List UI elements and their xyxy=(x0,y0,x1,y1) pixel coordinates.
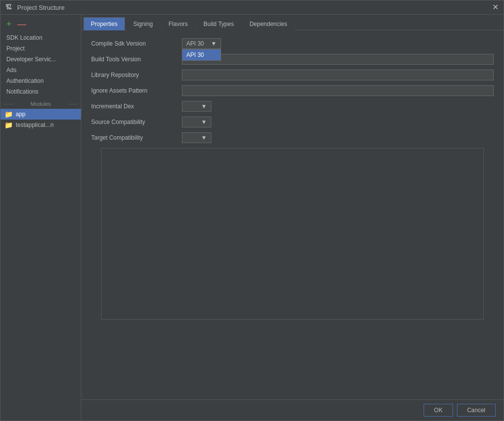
tab-flavors[interactable]: Flavors xyxy=(161,17,195,30)
main-panel: Properties Signing Flavors Build Types D… xyxy=(81,15,504,421)
bottom-panel xyxy=(101,148,484,320)
ignore-assets-pattern-input[interactable] xyxy=(182,85,494,96)
sidebar-item-authentication[interactable]: Authentication xyxy=(0,75,81,86)
sidebar: + — SDK Location Project Developer Servi… xyxy=(0,15,81,421)
ignore-assets-pattern-control xyxy=(182,85,494,96)
target-compatibility-row: Target Compatibility ▼ xyxy=(91,132,494,143)
remove-button[interactable]: — xyxy=(17,20,27,28)
chevron-down-icon: ▼ xyxy=(201,134,207,141)
app-folder-icon: 📁 xyxy=(4,110,13,118)
chevron-down-icon: ▼ xyxy=(201,119,207,125)
compile-sdk-dropdown[interactable]: API 30 ▼ xyxy=(182,38,221,49)
source-compatibility-row: Source Compatibility ▼ xyxy=(91,117,494,127)
add-button[interactable]: + xyxy=(5,20,13,28)
ignore-assets-pattern-row: Ignore Assets Pattern xyxy=(91,85,494,96)
incremental-dex-row: Incremental Dex ▼ xyxy=(91,101,494,112)
build-tools-version-row: Build Tools Version xyxy=(91,54,494,65)
source-compatibility-label: Source Compatibility xyxy=(91,119,182,125)
form-area: Compile Sdk Version API 30 ▼ API 30 xyxy=(81,30,504,399)
sidebar-item-ads[interactable]: Ads xyxy=(0,65,81,75)
sidebar-item-developer-services[interactable]: Developer Servic... xyxy=(0,54,81,65)
close-button[interactable]: ✕ xyxy=(492,3,499,11)
ignore-assets-pattern-label: Ignore Assets Pattern xyxy=(91,87,182,94)
build-tools-version-label: Build Tools Version xyxy=(91,56,182,63)
tab-signing[interactable]: Signing xyxy=(126,17,160,30)
modules-header: Modules xyxy=(0,97,81,109)
incremental-dex-control: ▼ xyxy=(182,101,494,112)
title-bar: 🏗 Project Structure ✕ xyxy=(0,0,504,15)
compile-sdk-version-row: Compile Sdk Version API 30 ▼ API 30 xyxy=(91,38,494,49)
library-repository-label: Library Repository xyxy=(91,72,182,78)
tabs-bar: Properties Signing Flavors Build Types D… xyxy=(81,15,504,30)
cancel-button[interactable]: Cancel xyxy=(457,404,496,417)
target-compatibility-control: ▼ xyxy=(182,132,494,143)
target-compatibility-label: Target Compatibility xyxy=(91,134,182,141)
sidebar-item-sdk-location[interactable]: SDK Location xyxy=(0,32,81,43)
title-bar-left: 🏗 Project Structure xyxy=(5,3,65,11)
tab-build-types[interactable]: Build Types xyxy=(196,17,241,30)
tab-properties[interactable]: Properties xyxy=(83,17,125,30)
footer: OK Cancel xyxy=(81,399,504,421)
sidebar-item-project[interactable]: Project xyxy=(0,43,81,54)
chevron-down-icon: ▼ xyxy=(201,103,207,110)
main-content: + — SDK Location Project Developer Servi… xyxy=(0,15,504,421)
app-icon: 🏗 xyxy=(5,3,13,11)
tab-dependencies[interactable]: Dependencies xyxy=(242,17,295,30)
compile-sdk-select-wrapper: API 30 ▼ API 30 xyxy=(182,38,221,49)
sidebar-module-app[interactable]: 📁 app xyxy=(0,109,81,120)
build-tools-version-control xyxy=(182,54,494,65)
compile-sdk-version-label: Compile Sdk Version xyxy=(91,40,182,47)
incremental-dex-label: Incremental Dex xyxy=(91,103,182,110)
sidebar-actions: + — xyxy=(0,18,81,32)
api30-option[interactable]: API 30 xyxy=(182,50,221,60)
source-compatibility-dropdown[interactable]: ▼ xyxy=(182,117,211,127)
library-repository-row: Library Repository xyxy=(91,70,494,80)
testapp-folder-icon: 📁 xyxy=(4,121,13,129)
build-tools-version-input[interactable] xyxy=(182,54,494,65)
sidebar-item-notifications[interactable]: Notifications xyxy=(0,86,81,97)
sidebar-module-testapplication[interactable]: 📁 testapplicat...n xyxy=(0,120,81,130)
source-compatibility-control: ▼ xyxy=(182,117,494,127)
ok-button[interactable]: OK xyxy=(424,404,453,417)
target-compatibility-dropdown[interactable]: ▼ xyxy=(182,132,211,143)
project-structure-dialog: 🏗 Project Structure ✕ + — SDK Location P… xyxy=(0,0,504,421)
dialog-title: Project Structure xyxy=(17,4,65,11)
chevron-down-icon: ▼ xyxy=(211,40,217,47)
library-repository-input[interactable] xyxy=(182,70,494,80)
library-repository-control xyxy=(182,70,494,80)
incremental-dex-dropdown[interactable]: ▼ xyxy=(182,101,211,112)
compile-sdk-version-control: API 30 ▼ API 30 xyxy=(182,38,494,49)
compile-sdk-dropdown-menu: API 30 xyxy=(182,49,221,61)
